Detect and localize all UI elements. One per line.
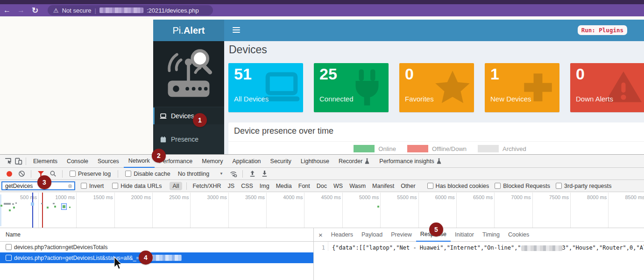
filter-type-js[interactable]: JS (228, 183, 235, 189)
tab-memory[interactable]: Memory (197, 155, 227, 167)
sidebar-item-presence[interactable]: Presence (153, 131, 224, 148)
filter-type-img[interactable]: Img (260, 183, 269, 189)
detail-tab-initiator[interactable]: Initiator (451, 228, 478, 241)
timeline-tick-label: 500 ms (20, 194, 37, 200)
timeline-gridline (570, 193, 571, 228)
stat-card-connected[interactable]: 25Connected (314, 63, 389, 112)
timeline-tick-label: 2500 ms (169, 194, 189, 200)
checkbox-label: Blocked Requests (503, 183, 550, 189)
tab-performance-insights[interactable]: Performance insights (375, 155, 446, 167)
tab-elements[interactable]: Elements (28, 155, 62, 167)
stat-card-down-alerts[interactable]: 0Down Alerts (570, 63, 644, 112)
requests-header[interactable]: Name (0, 228, 313, 242)
throttling-select[interactable]: No throttling ▼ (178, 171, 223, 177)
tab-console[interactable]: Console (62, 155, 93, 167)
tab-network[interactable]: Network (124, 154, 155, 168)
filter-type-css[interactable]: CSS (241, 183, 253, 189)
import-har-icon[interactable] (247, 169, 257, 179)
network-overview-timeline[interactable]: 500 ms1000 ms1500 ms2000 ms2500 ms3000 m… (0, 193, 644, 228)
requests-panel: Name devices.php?action=getDevicesTotals… (0, 228, 314, 280)
clear-filter-icon[interactable]: ⊗ (68, 183, 72, 189)
content-area: Devices 51All Devices25Connected0Favorit… (224, 41, 644, 154)
redacted-host (99, 7, 143, 13)
timeline-gridline (342, 193, 343, 228)
timeline-tick-label: 5000 ms (359, 194, 379, 200)
timeline-tick-label: 1000 ms (55, 194, 75, 200)
filter-type-fetch-xhr[interactable]: Fetch/XHR (192, 183, 221, 189)
stat-card-favorites[interactable]: 0Favorites (399, 63, 474, 112)
not-secure-label[interactable]: Not secure (62, 7, 92, 14)
checkbox-has-blocked-cookies[interactable]: Has blocked cookies (427, 183, 489, 189)
timeline-tick-label: 5500 ms (397, 194, 417, 200)
redacted-response-value (521, 245, 562, 251)
stat-card-label: All Devices (234, 95, 269, 103)
legend-label: Offline/Down (432, 145, 467, 152)
reload-icon[interactable]: ↻ (28, 6, 42, 15)
filter-type-manifest[interactable]: Manifest (372, 183, 394, 189)
forward-icon[interactable]: → (14, 6, 28, 14)
detail-tab-payload[interactable]: Payload (357, 228, 387, 241)
request-row[interactable]: devices.php?action=getDevicesTotals (0, 242, 313, 252)
request-checkbox[interactable] (6, 244, 12, 250)
detail-tab-timing[interactable]: Timing (478, 228, 504, 241)
response-json[interactable]: {"data":[["laptop","Net - Huawei","Inter… (328, 242, 644, 251)
waterfall-mark (63, 205, 65, 208)
filter-type-all[interactable]: All (170, 182, 183, 190)
tab-recorder[interactable]: Recorder (334, 155, 375, 167)
tab-application[interactable]: Application (227, 155, 265, 167)
mouse-cursor (113, 257, 122, 270)
detail-tab-cookies[interactable]: Cookies (504, 228, 533, 241)
hide-data-urls-checkbox[interactable]: Hide data URLs (112, 183, 162, 189)
legend-label: Archived (502, 145, 526, 152)
tab-lighthouse[interactable]: Lighthouse (296, 155, 334, 167)
stat-card-new-devices[interactable]: 1New Devices (485, 63, 559, 112)
sidebar-item-devices[interactable]: Devices (153, 108, 224, 124)
export-har-icon[interactable] (259, 169, 269, 179)
sidebar-toggle-icon[interactable] (233, 27, 240, 34)
stat-card-value: 0 (576, 65, 585, 83)
network-toolbar: Preserve log Disable cache No throttling… (0, 168, 644, 180)
filter-type-font[interactable]: Font (298, 183, 310, 189)
tab-sources[interactable]: Sources (93, 155, 124, 167)
detail-tab-headers[interactable]: Headers (327, 228, 357, 241)
devtools: ElementsConsoleSourcesNetworkPerformance… (0, 154, 644, 280)
tab-label: Security (270, 158, 291, 165)
request-row[interactable]: devices.php?action=getDevicesList&status… (0, 252, 313, 263)
detail-tab-preview[interactable]: Preview (387, 228, 416, 241)
back-icon[interactable]: ← (0, 6, 14, 14)
checkbox-3rd-party-requests[interactable]: 3rd-party requests (556, 183, 611, 189)
record-icon[interactable] (7, 171, 12, 177)
disable-cache-checkbox[interactable]: Disable cache (125, 171, 170, 177)
detail-tab-bar: × HeadersPayloadPreviewResponseInitiator… (314, 228, 644, 242)
address-bar[interactable]: ⚠ Not secure | :20211/devices.php (48, 5, 213, 15)
checkbox-blocked-requests[interactable]: Blocked Requests (495, 183, 550, 189)
address-separator: | (95, 7, 96, 14)
tab-security[interactable]: Security (266, 155, 296, 167)
waterfall-mark (69, 207, 71, 208)
timeline-tick-label: 6500 ms (473, 194, 493, 200)
preserve-log-checkbox[interactable]: Preserve log (70, 171, 111, 177)
network-conditions-icon[interactable] (228, 169, 238, 179)
request-checkbox[interactable] (6, 255, 12, 261)
waterfall-mark (9, 209, 11, 211)
filter-type-other[interactable]: Other (401, 183, 415, 189)
invert-checkbox[interactable]: Invert (81, 183, 104, 189)
inspect-element-icon[interactable] (3, 157, 13, 166)
checkbox-label: Has blocked cookies (436, 183, 489, 189)
timeline-gridline (190, 193, 191, 228)
waterfall-mark (4, 203, 11, 205)
pialert-logo[interactable]: Pi.Alert (153, 20, 224, 41)
close-icon[interactable]: × (314, 231, 327, 239)
filter-type-doc[interactable]: Doc (317, 183, 327, 189)
stat-card-all-devices[interactable]: 51All Devices (228, 63, 303, 112)
device-toolbar-icon[interactable] (13, 157, 23, 166)
stat-card-label: Favorites (405, 95, 434, 103)
run-plugins-button[interactable]: Run: Plugins (578, 25, 627, 35)
filter-type-wasm[interactable]: Wasm (349, 183, 366, 189)
clear-icon[interactable] (16, 169, 27, 179)
devtools-tab-bar: ElementsConsoleSourcesNetworkPerformance… (0, 155, 644, 168)
filter-type-media[interactable]: Media (276, 183, 292, 189)
sidebar-item-label: Devices (171, 112, 194, 120)
filter-type-ws[interactable]: WS (333, 183, 343, 189)
waterfall-mark (47, 207, 49, 208)
